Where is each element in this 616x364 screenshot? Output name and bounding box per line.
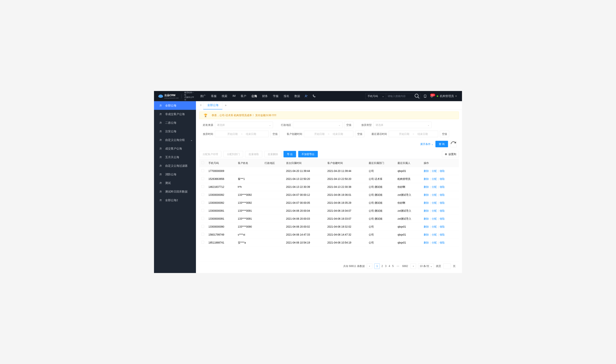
nav-item-9[interactable]: 数据 [295,94,300,98]
row-checkbox[interactable] [201,209,204,212]
row-claim[interactable]: 领取 [440,178,445,181]
row-assign[interactable]: 分配 [432,209,437,212]
row-delete[interactable]: 删除 [424,185,429,188]
nav-item-4[interactable]: 客户 [241,94,246,98]
sidebar-item-1[interactable]: 非成交客户公海 [154,110,196,118]
page-last[interactable]: 6882 [402,263,409,269]
row-assign[interactable]: 分配 [432,225,437,228]
row-checkbox[interactable] [201,241,204,244]
row-checkbox[interactable] [201,225,204,228]
export-button[interactable]: 导 出 [283,151,296,157]
sidebar-item-11[interactable]: 全部公海2 [154,196,196,205]
row-checkbox[interactable] [201,201,204,204]
abandon-time-null-button[interactable]: 空值 [270,131,280,137]
row-assign[interactable]: 分配 [432,241,437,244]
nav-item-6[interactable]: 财务 [262,94,268,98]
create-time-range[interactable]: 开始日期~结束日期 [304,131,353,137]
page-1[interactable]: 1 [374,263,380,269]
row-delete[interactable]: 删除 [424,217,429,220]
sidebar-item-3[interactable]: 注安公海 [154,127,196,136]
row-claim[interactable]: 领取 [440,225,445,228]
region-null-button[interactable]: 空值 [344,122,353,128]
row-delete[interactable]: 删除 [424,209,429,212]
tab-all-pool[interactable]: 全部公海 [203,101,222,109]
abandon-time-range[interactable]: 开始日期~结束日期 [215,131,269,137]
phone-icon[interactable] [312,94,316,98]
expand-filters-button[interactable]: 展开条件 ⌄ [420,143,433,146]
page-size-select[interactable]: 10 条/页⌄ [418,263,434,269]
search-type-select[interactable]: 手机号码⌄ [366,93,386,99]
row-assign[interactable]: 分配 [432,178,437,181]
user-menu[interactable]: 机构管理员 ▾ [437,94,457,98]
row-checkbox[interactable] [201,169,204,172]
row-claim[interactable]: 领取 [440,201,445,204]
page-2[interactable]: 2 [381,263,384,269]
nav-item-5[interactable]: 公海 [251,94,257,98]
notification-icon[interactable]: 99+ [430,94,434,98]
page-jump-input[interactable] [443,263,451,269]
sidebar-item-5[interactable]: 成交客户公海 [154,144,196,153]
nav-item-0[interactable]: 推广 [200,94,206,98]
search-input[interactable] [386,93,414,99]
row-assign[interactable]: 分配 [432,185,437,188]
batch-claim-button[interactable]: 批量领取 [245,151,262,157]
tabs-collapse-icon[interactable]: ☰ [198,103,203,108]
row-checkbox[interactable] [201,177,204,180]
page-3[interactable]: 3 [385,263,387,269]
sidebar-item-8[interactable]: 消防公海 [154,170,196,179]
page-4[interactable]: 4 [388,263,391,269]
add-user-icon[interactable] [304,94,308,98]
logo[interactable]: 云朵CRM www.yunduocrm.com 教育机构一站式服务云平台 [154,91,196,101]
row-delete[interactable]: 删除 [424,169,429,172]
nav-item-1[interactable]: 客服 [211,94,217,98]
export-plain-button[interactable]: 不加密导出 [298,151,318,157]
row-claim[interactable]: 领取 [440,185,445,188]
sidebar-item-7[interactable]: 自定义公海过滤器 [154,162,196,170]
row-claim[interactable]: 领取 [440,209,445,212]
row-checkbox[interactable] [201,193,204,196]
search-button[interactable] [414,93,420,99]
tab-add-button[interactable]: ＋ [222,103,229,108]
row-delete[interactable]: 删除 [424,201,429,204]
row-checkbox[interactable] [201,233,204,236]
nav-item-2[interactable]: 线索 [222,94,227,98]
row-delete[interactable]: 删除 [424,225,429,228]
sidebar-item-6[interactable]: 五月天公海 [154,153,196,162]
row-assign[interactable]: 分配 [432,233,437,236]
create-time-null-button[interactable]: 空值 [355,131,364,137]
call-time-null-button[interactable]: 空值 [440,131,449,137]
row-assign[interactable]: 分配 [432,201,437,204]
page-prev[interactable]: ‹ [367,263,372,269]
nav-item-7[interactable]: 学服 [273,94,279,98]
region-select[interactable]: ⌄ [293,122,342,128]
select-all-checkbox[interactable] [201,161,204,164]
row-claim[interactable]: 领取 [440,169,445,172]
tablet-icon[interactable] [424,94,427,98]
row-assign[interactable]: 分配 [432,217,437,220]
sidebar-item-0[interactable]: 全部公海 [154,101,196,110]
sidebar-item-9[interactable]: 测试 [154,179,196,187]
row-assign[interactable]: 分配 [432,169,437,172]
page-5[interactable]: 5 [392,263,394,269]
row-claim[interactable]: 领取 [440,217,445,220]
assign-dept-button[interactable]: 分配到部门 [223,151,243,157]
row-assign[interactable]: 分配 [432,193,437,196]
row-delete[interactable]: 删除 [424,178,429,181]
page-next[interactable]: › [411,263,416,269]
row-checkbox[interactable] [201,185,204,188]
refresh-button[interactable] [450,141,457,147]
set-columns-button[interactable]: ⚙设置列 [442,151,459,157]
sidebar-item-2[interactable]: 二咨公海 [154,118,196,127]
abandon-type-select[interactable]: 请选择⌄ [373,122,431,128]
row-delete[interactable]: 删除 [424,193,429,196]
row-delete[interactable]: 删除 [424,241,429,244]
row-claim[interactable]: 领取 [440,233,445,236]
assign-manager-button[interactable]: 分配客户经理 [199,151,221,157]
row-checkbox[interactable] [201,217,204,220]
sidebar-item-4[interactable]: 自定义公海分组⌄ [154,136,196,144]
sidebar-item-10[interactable]: 测试昨日回库数据 [154,187,196,196]
row-claim[interactable]: 领取 [440,241,445,244]
friend-source-select[interactable]: 请选择⌄ [215,122,273,128]
batch-delete-button[interactable]: 批量删除 [264,151,281,157]
row-delete[interactable]: 删除 [424,233,429,236]
